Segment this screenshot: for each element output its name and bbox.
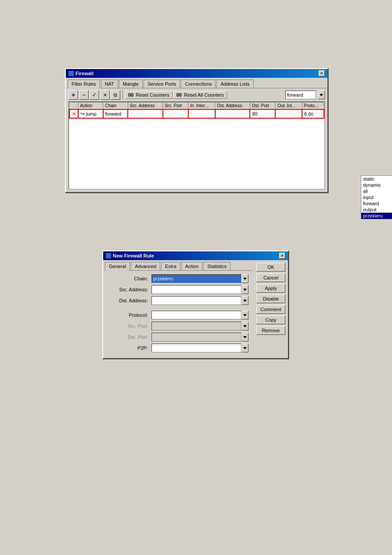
dst-address-field-arrow[interactable] [241, 296, 248, 305]
chain-option-forward[interactable]: forward [361, 200, 392, 207]
toolbar-divider [122, 91, 123, 99]
reset-counters-button[interactable]: 00 Reset Counters [125, 91, 173, 99]
col-header-action: Action [78, 102, 103, 110]
cell-src-port [163, 109, 188, 118]
src-port-label: Src. Port: [108, 323, 151, 329]
chain-field-arrow[interactable] [241, 274, 248, 283]
nfr-tab-advanced[interactable]: Advanced [131, 262, 160, 270]
dst-address-field[interactable] [151, 296, 241, 305]
tab-filter-rules[interactable]: Filter Rules [68, 80, 100, 88]
cell-out-int [275, 109, 302, 118]
cell-col0: ✕ [69, 109, 78, 118]
chain-dropdown-list: static dynamic all input forward output … [361, 175, 392, 219]
chevron-down-icon [243, 314, 247, 316]
firewall-tabs: Filter Rules NAT Mangle Service Ports Co… [66, 78, 327, 88]
check-rule-button[interactable]: ✓ [90, 90, 99, 100]
src-port-field-arrow[interactable] [241, 322, 248, 330]
src-address-label: Src. Address: [108, 287, 151, 292]
dst-port-input-wrap [151, 333, 248, 341]
p2p-input-wrap [151, 344, 248, 352]
remove-rule-button[interactable]: − [79, 90, 89, 100]
dst-port-field-arrow[interactable] [241, 333, 248, 341]
nfr-tab-action[interactable]: Action [181, 262, 203, 270]
src-port-row: Src. Port: [108, 322, 248, 330]
col-header-proto: Proto... [302, 102, 324, 110]
dst-address-input-wrap [151, 296, 248, 305]
tab-service-ports[interactable]: Service Ports [144, 80, 180, 88]
firewall-window-icon [68, 71, 74, 76]
firewall-close-button[interactable]: ✕ [319, 70, 325, 76]
nfr-form: Chain: Src. Address: [103, 271, 253, 358]
firewall-window: Firewall ✕ Filter Rules NAT Mangle Servi… [65, 68, 328, 193]
tab-nat[interactable]: NAT [101, 80, 118, 88]
src-address-row: Src. Address: [108, 285, 248, 294]
ok-button[interactable]: OK [256, 263, 285, 272]
chain-option-all[interactable]: all [361, 188, 392, 194]
comment-button[interactable]: Comment [256, 305, 285, 314]
chevron-down-icon [243, 300, 247, 302]
src-port-field[interactable] [151, 322, 241, 330]
p2p-field-arrow[interactable] [241, 344, 248, 352]
add-rule-button[interactable]: + [68, 90, 78, 100]
rules-table-container: Action Chain Src. Address Src. Port In. … [68, 102, 325, 189]
cancel-button[interactable]: Cancel [256, 273, 285, 282]
nfr-tab-extra[interactable]: Extra [161, 262, 180, 270]
chain-input[interactable] [285, 91, 316, 99]
copy-button[interactable]: Copy [256, 316, 285, 324]
dst-port-field[interactable] [151, 333, 241, 341]
table-row[interactable]: ✕ ↪ jump forward 80 6 (tc [69, 109, 324, 118]
delete-rule-button[interactable]: ✕ [100, 90, 110, 100]
chain-option-dynamic[interactable]: dynamic [361, 182, 392, 188]
src-address-field[interactable] [151, 285, 241, 294]
apply-button[interactable]: Apply [256, 284, 285, 293]
chain-input-wrap [151, 274, 248, 283]
protocol-field-arrow[interactable] [241, 311, 248, 319]
form-spacer [108, 307, 248, 311]
p2p-field[interactable] [151, 344, 241, 352]
col-header-in-inter: In. Inter... [188, 102, 215, 110]
action-icon: ↪ [80, 111, 85, 117]
col-header-out-int: Out. Int... [275, 102, 302, 110]
protocol-label: Protocol: [108, 312, 151, 318]
firewall-window-title: Firewall [76, 71, 94, 76]
nfr-left-panel: General Advanced Extra Action Statistics… [103, 260, 253, 358]
col-header-dst-address: Dst. Address [215, 102, 250, 110]
tab-address-lists[interactable]: Address Lists [216, 80, 253, 88]
col-header-src-address: Src. Address [128, 102, 162, 110]
cell-proto: 6 (tc [302, 109, 324, 118]
nfr-tab-general[interactable]: General [105, 262, 130, 271]
cell-src-address [128, 109, 162, 118]
cell-chain: forward [103, 109, 128, 118]
protocol-field[interactable] [151, 311, 241, 319]
nfr-right-buttons: OK Cancel Apply Disable Comment Copy Rem… [253, 260, 288, 358]
copy-rule-button[interactable]: ⧉ [111, 90, 120, 100]
tab-connections[interactable]: Connections [181, 80, 216, 88]
chain-option-output[interactable]: output [361, 207, 392, 213]
col-header-src-port: Src. Port [163, 102, 188, 110]
col-header-dst-port: Dst. Port [250, 102, 275, 110]
nfr-close-button[interactable]: ✕ [279, 253, 285, 259]
cell-dst-address [215, 109, 250, 118]
nfr-tabs: General Advanced Extra Action Statistics [103, 260, 253, 271]
remove-button[interactable]: Remove [256, 326, 285, 335]
dst-port-label: Dst. Port: [108, 334, 151, 340]
src-address-field-arrow[interactable] [241, 285, 248, 294]
chevron-down-icon [243, 347, 247, 349]
chain-option-static[interactable]: static [361, 176, 392, 182]
tab-mangle[interactable]: Mangle [119, 80, 143, 88]
chain-selector [285, 91, 325, 99]
firewall-toolbar: + − ✓ ✕ ⧉ 00 Reset Counters 00 Reset All… [66, 88, 327, 102]
chevron-down-icon [243, 278, 247, 280]
chain-option-input[interactable]: input [361, 194, 392, 200]
chain-option-przekieru[interactable]: przekieru [361, 213, 392, 219]
p2p-label: P2P: [108, 345, 151, 351]
new-firewall-rule-window: New Firewall Rule ✕ General Advanced Ext… [102, 250, 289, 359]
protocol-input-wrap [151, 311, 248, 319]
disable-button[interactable]: Disable [256, 294, 285, 303]
reset-all-counters-button[interactable]: 00 Reset All Counters [173, 91, 227, 99]
chain-field[interactable] [151, 274, 241, 283]
cell-action: ↪ jump [78, 109, 103, 118]
nfr-tab-statistics[interactable]: Statistics [203, 262, 230, 270]
dst-port-row: Dst. Port: [108, 333, 248, 341]
chain-dropdown-arrow[interactable] [318, 91, 325, 99]
